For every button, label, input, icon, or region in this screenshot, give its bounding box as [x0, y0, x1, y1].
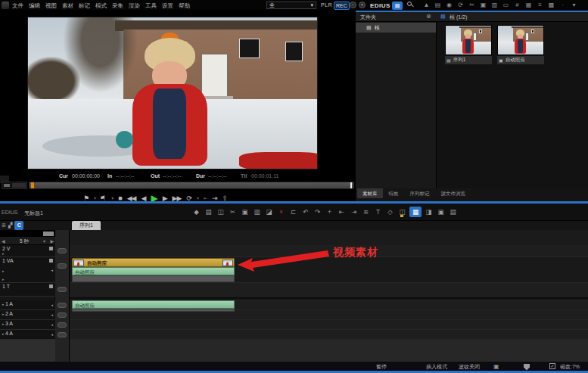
- menu-item[interactable]: 设置: [162, 2, 173, 10]
- ripple-delete-icon[interactable]: ⊏: [288, 207, 298, 217]
- track-header-2a[interactable]: ▸ 2 A ◂: [0, 310, 55, 320]
- timeline-clip-video[interactable]: 自动照应: [72, 258, 235, 267]
- track-lane-3a[interactable]: [70, 320, 588, 330]
- speaker-icon[interactable]: ◂: [51, 268, 53, 272]
- track-lock-button[interactable]: [58, 263, 67, 269]
- track-header-1t[interactable]: 1 T: [0, 283, 55, 297]
- menu-item[interactable]: 素材: [62, 2, 73, 10]
- track-header-3a[interactable]: ▸ 3 A ◂: [0, 320, 55, 330]
- expand-icon[interactable]: ▸: [2, 251, 5, 256]
- bin-clip-video[interactable]: ▣ 自动照应: [497, 25, 546, 64]
- mute-icon[interactable]: [49, 284, 53, 288]
- thumbnail-view-icon[interactable]: ▩: [546, 1, 557, 10]
- sequence-tab[interactable]: 序列1: [72, 221, 101, 230]
- track-header-1a[interactable]: ▸ 1 A ◂: [0, 300, 55, 310]
- panel-layout-icon[interactable]: ▤: [448, 207, 458, 217]
- sync-mode-icon[interactable]: ▣: [436, 207, 446, 217]
- zoom-left-icon[interactable]: ◀: [2, 238, 5, 244]
- speaker-icon[interactable]: ◂: [51, 312, 53, 317]
- profile-select[interactable]: 全 ▾: [266, 2, 316, 9]
- timeline-cursor-icon[interactable]: ◆: [191, 207, 201, 217]
- speaker-icon[interactable]: ◂: [51, 322, 53, 327]
- capture-icon[interactable]: ◉: [443, 1, 455, 10]
- timeline-zoom-selector[interactable]: ◀ 5 秒 ▾ ▶: [0, 237, 55, 245]
- list-view-icon[interactable]: ≡: [534, 1, 546, 10]
- track-header-2v[interactable]: 2 V ▸: [0, 245, 55, 257]
- track-lock-button[interactable]: [58, 248, 67, 253]
- window-icon[interactable]: ▣: [493, 363, 499, 370]
- cut-clip-icon[interactable]: ✂: [228, 207, 238, 217]
- track-header-4a[interactable]: ▸ 4 A ◂: [0, 330, 55, 340]
- bin-tab-library[interactable]: 素材库: [357, 188, 383, 198]
- player-button[interactable]: PLR: [321, 2, 332, 8]
- save-project-icon[interactable]: ◫: [216, 207, 226, 217]
- speaker-icon[interactable]: ◂: [51, 332, 53, 337]
- expand-icon[interactable]: ▸: [2, 277, 5, 281]
- marker-icon[interactable]: ▞: [8, 221, 12, 230]
- folder-tree-item-root[interactable]: ▤ 根: [356, 23, 436, 33]
- shuttle-widget[interactable]: [2, 182, 27, 189]
- title-icon[interactable]: T: [373, 207, 383, 217]
- track-lock-button[interactable]: [58, 287, 67, 292]
- bin-clip-sequence[interactable]: ▤ 序列1: [445, 25, 493, 64]
- batch-capture-icon[interactable]: ⟳: [455, 1, 466, 10]
- track-scrollbar[interactable]: [0, 230, 55, 237]
- speaker-icon[interactable]: ◂: [51, 303, 53, 307]
- track-lane-4a[interactable]: [70, 330, 588, 340]
- cut-icon[interactable]: ✂: [466, 1, 478, 10]
- track-lane-2v[interactable]: [70, 245, 588, 257]
- menu-icon[interactable]: ▾: [568, 1, 580, 10]
- copy-clip-icon[interactable]: ▣: [240, 207, 250, 217]
- bin-tab-sequence-marker[interactable]: 序列标记: [405, 188, 435, 198]
- keyframe-icon[interactable]: ◇: [385, 207, 395, 217]
- paste-clip-icon[interactable]: ▥: [252, 207, 262, 217]
- close-button[interactable]: ×: [359, 2, 366, 8]
- position-playhead[interactable]: [31, 182, 35, 188]
- trim-end-icon[interactable]: ⇥: [349, 207, 359, 217]
- menu-item[interactable]: 渲染: [129, 2, 140, 10]
- open-project-icon[interactable]: ▤: [204, 207, 213, 217]
- insert-mode-label[interactable]: 插入模式: [426, 363, 447, 371]
- connections-icon[interactable]: #: [512, 1, 523, 10]
- effects-icon[interactable]: ▦: [523, 1, 534, 10]
- timeline-clip-audio-1a[interactable]: 自动照应: [72, 300, 235, 309]
- zoom-right-icon[interactable]: ▶: [50, 238, 54, 244]
- clip-mixer-lane[interactable]: [72, 275, 235, 282]
- menu-item[interactable]: 标记: [79, 2, 90, 10]
- mute-icon[interactable]: [49, 259, 53, 263]
- menu-item[interactable]: 采集: [112, 2, 123, 10]
- speed-icon[interactable]: ≋: [361, 207, 371, 217]
- waveform-icon[interactable]: ≣: [2, 221, 6, 230]
- bin-tab-effects[interactable]: 特效: [384, 188, 404, 198]
- recorder-button[interactable]: REC: [334, 2, 350, 10]
- menu-item[interactable]: 模式: [95, 2, 107, 10]
- delete-clip-icon[interactable]: ×: [276, 207, 286, 217]
- monitor-icon[interactable]: ▭: [500, 1, 512, 10]
- bin-tab-source-browser[interactable]: 源文件浏览: [436, 188, 471, 198]
- timeline-clip-audio[interactable]: 自动照应: [72, 267, 235, 275]
- menu-item[interactable]: 编辑: [29, 2, 40, 10]
- menu-item[interactable]: 视图: [45, 2, 57, 10]
- menu-item[interactable]: 工具: [145, 2, 157, 10]
- timeline-mode-icon[interactable]: ▦: [409, 207, 422, 217]
- minimize-button[interactable]: −: [350, 2, 356, 8]
- clip-mode-button[interactable]: C: [14, 221, 23, 230]
- track-header-1va[interactable]: 1 VA ◂ ▸ ▸: [0, 257, 55, 283]
- add-source-icon[interactable]: ▲: [421, 1, 432, 10]
- trim-start-icon[interactable]: ⇤: [337, 207, 347, 217]
- export-file-icon[interactable]: ◫: [397, 207, 407, 217]
- track-lock-button[interactable]: [58, 312, 67, 318]
- paste-icon[interactable]: ▥: [489, 1, 500, 10]
- mute-icon[interactable]: [49, 247, 53, 250]
- zoom-menu-icon[interactable]: ▾: [43, 238, 45, 244]
- menu-item[interactable]: 文件: [12, 2, 23, 10]
- replace-clip-icon[interactable]: ◪: [264, 207, 274, 217]
- dual-mode-icon[interactable]: ◨: [424, 207, 434, 217]
- expand-icon[interactable]: ▸: [2, 269, 5, 273]
- redo-icon[interactable]: ↷: [313, 207, 322, 217]
- copy-icon[interactable]: ▣: [478, 1, 489, 10]
- track-lock-button[interactable]: [58, 322, 67, 328]
- position-bar[interactable]: [29, 182, 354, 189]
- close-folders-icon[interactable]: ⊗: [426, 13, 431, 20]
- track-content-area[interactable]: 自动照应 自动照应 自动照应: [70, 230, 588, 362]
